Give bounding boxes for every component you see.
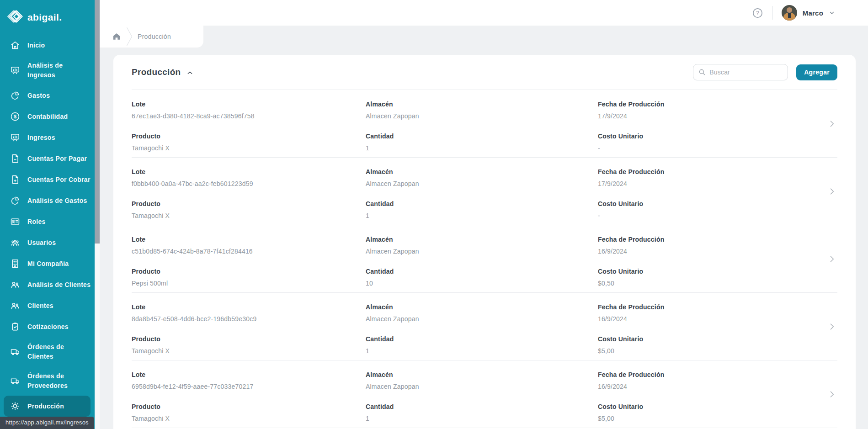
search-box (693, 64, 788, 80)
field-value-fecha: 16/9/2024 (598, 383, 837, 390)
sidebar-item-label: Roles (27, 217, 46, 227)
sidebar-nav: Inicio Análisis de Ingresos Gastos $ Con… (0, 35, 95, 429)
help-icon[interactable]: ? (751, 7, 764, 19)
field-label-costo: Costo Unitario (598, 335, 837, 343)
home-icon[interactable] (112, 32, 121, 41)
production-record[interactable]: Lote8da8b457-e508-4dd6-bce2-196db59e30c9… (132, 293, 837, 360)
add-button[interactable]: Agregar (796, 64, 837, 80)
field-value-costo: - (598, 212, 837, 219)
sidebar-item-cuentas-por-pagar[interactable]: Cuentas Por Pagar (0, 148, 95, 169)
clipboard-check-icon (10, 321, 21, 332)
sidebar-item-label: Análisis de Gastos (27, 196, 87, 206)
sidebar-item-usuarios[interactable]: Usuarios (0, 232, 95, 253)
field-value-producto: Tamagochi X (132, 212, 366, 219)
field-label-cantidad: Cantidad (366, 132, 598, 140)
breadcrumb: Producción (100, 26, 868, 48)
document-plus-icon (10, 174, 21, 185)
field-label-costo: Costo Unitario (598, 403, 837, 410)
field-label-producto: Producto (132, 268, 366, 275)
chart-board-icon (10, 65, 21, 76)
sidebar-item-label: Análisis de Ingresos (27, 61, 91, 80)
home-icon (10, 40, 21, 51)
chevron-right-icon[interactable] (827, 254, 836, 264)
sidebar: abigail. Inicio Análisis de Ingresos Gas… (0, 0, 95, 429)
chevron-up-icon[interactable] (186, 69, 194, 77)
field-label-almacen: Almacén (366, 101, 598, 108)
field-label-fecha: Fecha de Producción (598, 371, 837, 378)
sidebar-item-label: Análisis de Clientes (27, 280, 91, 290)
chevron-down-icon (829, 10, 835, 16)
sidebar-item-analisis-de-gastos[interactable]: Análisis de Gastos (0, 190, 95, 211)
sidebar-item-gastos[interactable]: Gastos (0, 85, 95, 106)
sidebar-item-cotizaciones[interactable]: Cotizaciones (0, 316, 95, 337)
chart-board-icon (10, 132, 21, 143)
field-label-fecha: Fecha de Producción (598, 303, 837, 311)
app-header: ? Marco (100, 0, 868, 26)
field-value-producto: Tamagochi X (132, 144, 366, 152)
field-label-producto: Producto (132, 132, 366, 140)
users-group-icon (10, 237, 21, 248)
field-value-lote: 8da8b457-e508-4dd6-bce2-196db59e30c9 (132, 315, 366, 323)
production-record[interactable]: Lote67ec1ae3-d380-4182-8ca9-ac738596f758… (132, 90, 837, 158)
header-divider (772, 6, 773, 20)
production-card: Producción Agregar Lote67ec (113, 55, 856, 429)
field-value-lote: 67ec1ae3-d380-4182-8ca9-ac738596f758 (132, 112, 366, 120)
users-icon (10, 279, 21, 290)
field-label-costo: Costo Unitario (598, 132, 837, 140)
field-value-cantidad: 1 (366, 144, 598, 152)
content-area: Producción Agregar Lote67ec (100, 48, 868, 429)
app-logo[interactable]: abigail. (0, 0, 95, 28)
sidebar-item-clientes[interactable]: Clientes (0, 295, 95, 316)
field-label-lote: Lote (132, 303, 366, 311)
field-label-fecha: Fecha de Producción (598, 168, 837, 175)
sidebar-item-label: Ingresos (27, 133, 55, 143)
sidebar-item-ordenes-de-proveedores[interactable]: Órdenes de Proveedores (0, 366, 95, 396)
field-value-fecha: 16/9/2024 (598, 315, 837, 323)
sidebar-item-analisis-de-ingresos[interactable]: Análisis de Ingresos (0, 56, 95, 85)
field-label-producto: Producto (132, 200, 366, 207)
field-label-almacen: Almacén (366, 303, 598, 311)
field-label-lote: Lote (132, 101, 366, 108)
search-input[interactable] (709, 69, 783, 76)
sidebar-item-produccion[interactable]: Producción (4, 396, 91, 417)
sidebar-scrollbar (95, 0, 100, 429)
sidebar-item-label: Contabilidad (27, 112, 68, 122)
sidebar-item-analisis-de-clientes[interactable]: Análisis de Clientes (0, 274, 95, 295)
field-value-fecha: 17/9/2024 (598, 180, 837, 187)
svg-text:$: $ (14, 114, 17, 119)
field-label-cantidad: Cantidad (366, 403, 598, 410)
user-menu[interactable]: Marco (782, 5, 835, 21)
records-list: Lote67ec1ae3-d380-4182-8ca9-ac738596f758… (132, 90, 837, 428)
chevron-right-icon[interactable] (827, 389, 836, 399)
sidebar-item-cuentas-por-cobrar[interactable]: Cuentas Por Cobrar (0, 169, 95, 190)
production-record[interactable]: Lotef0bbb400-0a0a-47bc-aa2c-feb601223d59… (132, 158, 837, 225)
field-value-almacen: Almacen Zapopan (366, 315, 598, 323)
field-value-costo: $0,50 (598, 280, 837, 287)
field-value-producto: Tamagochi X (132, 347, 366, 355)
field-value-producto: Pepsi 500ml (132, 280, 366, 287)
field-value-lote: 6958d9b4-fe12-4f59-aaee-77c033e70217 (132, 383, 366, 390)
sidebar-item-mi-compania[interactable]: Mi Compañia (0, 253, 95, 274)
chevron-right-icon[interactable] (827, 119, 836, 129)
sidebar-scrollbar-thumb[interactable] (95, 0, 100, 244)
field-label-lote: Lote (132, 236, 366, 243)
sidebar-item-ordenes-de-clientes[interactable]: Órdenes de Clientes (0, 337, 95, 366)
breadcrumb-chip: Producción (100, 26, 203, 48)
logo-text: abigail. (27, 12, 62, 23)
sidebar-item-label: Usuarios (27, 238, 56, 248)
field-value-cantidad: 10 (366, 280, 598, 287)
chevron-right-icon[interactable] (827, 186, 836, 196)
field-label-cantidad: Cantidad (366, 335, 598, 343)
production-record[interactable]: Lotec51b0d85-674c-424b-8a78-7f41cf284416… (132, 225, 837, 293)
avatar (782, 5, 797, 21)
sidebar-item-label: Gastos (27, 91, 50, 101)
sidebar-item-ingresos[interactable]: Ingresos (0, 127, 95, 148)
sidebar-item-contabilidad[interactable]: $ Contabilidad (0, 106, 95, 127)
chevron-right-icon[interactable] (827, 322, 836, 332)
field-value-costo: $5,00 (598, 415, 837, 422)
field-label-costo: Costo Unitario (598, 200, 837, 207)
production-record[interactable]: Lote6958d9b4-fe12-4f59-aaee-77c033e70217… (132, 360, 837, 428)
field-label-almacen: Almacén (366, 371, 598, 378)
sidebar-item-inicio[interactable]: Inicio (0, 35, 95, 56)
sidebar-item-roles[interactable]: Roles (0, 211, 95, 232)
